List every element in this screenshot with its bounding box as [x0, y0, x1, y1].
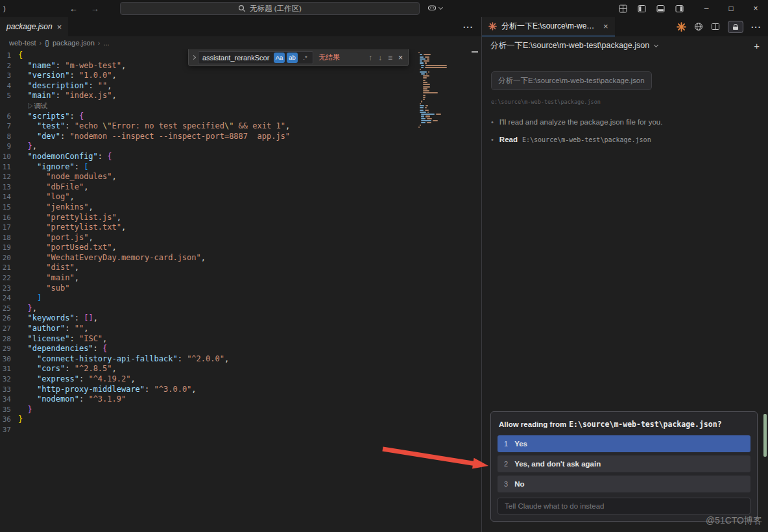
code-line-7[interactable]: 7 "test": "echo \"Error: no test specifi…	[0, 121, 481, 132]
toggle-sidebar-icon[interactable]	[638, 5, 646, 13]
claude-panel: 分析一下E:\source\m-web-test... × ··· 分析一下E:…	[481, 17, 768, 532]
globe-icon[interactable]	[694, 22, 703, 31]
code-line-29[interactable]: 29 "dependencies": {	[0, 344, 481, 354]
code-line-21[interactable]: 21 "dist",	[0, 263, 481, 273]
chevron-down-icon[interactable]	[654, 42, 658, 47]
toggle-secondary-sidebar-icon[interactable]	[675, 5, 684, 13]
code-line-26[interactable]: 26 "keywords": [],	[0, 313, 481, 324]
title-bar: ) ← → 无标题 (工作区) – □ ×	[0, 0, 768, 17]
code-line-16[interactable]: 16 "prettylist.js",	[0, 213, 481, 223]
breadcrumb-symbol-tail[interactable]: ...	[103, 39, 109, 47]
find-in-selection-icon[interactable]: ≡	[388, 53, 392, 62]
find-toggle-replace-icon[interactable]	[189, 56, 198, 59]
code-line-5[interactable]: 5 "main": "index.js",	[0, 91, 481, 101]
editor-more-actions-icon[interactable]: ···	[463, 22, 474, 32]
code-line-28[interactable]: 28 "license": "ISC",	[0, 334, 481, 345]
chevron-down-icon	[438, 5, 443, 9]
code-line-12[interactable]: 12 "node_modules",	[0, 172, 481, 182]
code-line-37[interactable]: 37	[0, 425, 481, 435]
find-close-icon[interactable]: ×	[398, 53, 403, 62]
tool-path: E:\source\m-web-test\package.json	[522, 136, 651, 143]
dialog-option-1[interactable]: 1Yes	[498, 435, 750, 452]
codelens-debug[interactable]: ▷调试	[0, 101, 481, 112]
code-line-8[interactable]: 8 "dev": "nodemon --inspect --inspect-po…	[0, 132, 481, 142]
code-line-36[interactable]: 36}	[0, 415, 481, 425]
split-editor-icon[interactable]	[711, 22, 720, 31]
code-line-11[interactable]: 11 "ignore": [	[0, 162, 481, 173]
code-line-18[interactable]: 18 "port.js",	[0, 233, 481, 243]
code-line-10[interactable]: 10 "nodemonConfig": {	[0, 152, 481, 162]
tab-claude-chat[interactable]: 分析一下E:\source\m-web-test... ×	[482, 17, 615, 36]
find-next-icon[interactable]: ↓	[378, 53, 382, 62]
find-widget: assistant_rerankScor Aa ab .* 无结果 ↑ ↓ ≡ …	[188, 49, 409, 66]
claude-asterisk-icon[interactable]	[677, 22, 686, 32]
new-chat-button[interactable]: +	[754, 40, 760, 51]
find-input[interactable]: assistant_rerankScor Aa ab .*	[198, 51, 313, 64]
tab-close-icon[interactable]: ×	[57, 22, 62, 32]
tab-bar-spacer	[68, 17, 455, 36]
dialog-option-3[interactable]: 3No	[498, 476, 750, 492]
code-line-35[interactable]: 35 }	[0, 405, 481, 415]
code-line-9[interactable]: 9 },	[0, 141, 481, 152]
workspace-title: 无标题 (工作区)	[250, 4, 302, 14]
code-line-33[interactable]: 33 "http-proxy-middleware": "^3.0.0",	[0, 385, 481, 395]
breadcrumb-separator: ›	[40, 39, 42, 47]
maximize-button[interactable]: □	[719, 0, 743, 17]
chat-title[interactable]: 分析一下E:\source\m-web-test\package.json	[490, 40, 649, 51]
whole-word-toggle[interactable]: ab	[287, 53, 298, 63]
tool-call-read[interactable]: • ReadE:\source\m-web-test\package.json	[491, 136, 759, 143]
annotation-arrow-icon	[360, 440, 496, 474]
code-line-34[interactable]: 34 "nodemon": "^3.1.9"	[0, 394, 481, 405]
match-case-toggle[interactable]: Aa	[274, 53, 285, 63]
command-center-search[interactable]: 无标题 (工作区)	[120, 2, 420, 15]
toggle-panel-icon[interactable]	[656, 5, 665, 13]
minimize-button[interactable]: –	[694, 0, 719, 17]
regex-toggle[interactable]: .*	[300, 53, 311, 63]
find-previous-icon[interactable]: ↑	[368, 53, 372, 62]
code-line-23[interactable]: 23 "sub"	[0, 284, 481, 294]
customize-layout-icon[interactable]	[619, 5, 627, 13]
code-line-24[interactable]: 24 ]	[0, 293, 481, 304]
breadcrumb: web-test › {} package.json › ...	[0, 36, 481, 49]
nav-forward-icon[interactable]: →	[91, 4, 99, 14]
code-line-19[interactable]: 19 "portUsed.txt",	[0, 243, 481, 253]
window-close-button[interactable]: ×	[743, 0, 768, 17]
code-line-22[interactable]: 22 "main",	[0, 273, 481, 284]
chat-header: 分析一下E:\source\m-web-test\package.json +	[482, 36, 768, 54]
nav-back-icon[interactable]: ←	[69, 4, 78, 14]
lock-button[interactable]	[728, 21, 743, 33]
panel-tab-label: 分析一下E:\source\m-web-test...	[501, 21, 599, 32]
find-results-label: 无结果	[318, 53, 340, 62]
tab-label: package.json	[6, 22, 53, 31]
assistant-text: I'll read and analyze the package.json f…	[499, 118, 663, 126]
breadcrumb-root[interactable]: web-test	[9, 39, 36, 47]
chat-area: 分析一下E:\source\m-web-test\package.json e:…	[482, 54, 768, 532]
find-query-text: assistant_rerankScor	[202, 54, 272, 62]
dialog-input[interactable]	[498, 498, 750, 514]
code-line-15[interactable]: 15 "jenkins",	[0, 202, 481, 213]
code-line-6[interactable]: 6 "scripts": {	[0, 112, 481, 122]
copilot-menu[interactable]	[427, 4, 442, 12]
tab-package-json[interactable]: package.json ×	[0, 17, 68, 36]
minimap[interactable]	[418, 52, 454, 130]
dialog-option-2[interactable]: 2Yes, and don't ask again	[498, 455, 750, 472]
panel-more-actions-icon[interactable]: ···	[751, 22, 762, 32]
code-line-27[interactable]: 27 "author": "",	[0, 324, 481, 334]
code-line-30[interactable]: 30 "connect-history-api-fallback": "^2.0…	[0, 354, 481, 365]
panel-tab-close-icon[interactable]: ×	[603, 21, 608, 31]
editor-tab-bar: package.json × ···	[0, 17, 481, 36]
code-line-17[interactable]: 17 "prettylist.txt",	[0, 223, 481, 233]
code-line-32[interactable]: 32 "express": "^4.19.2",	[0, 374, 481, 385]
tool-name: Read	[499, 136, 518, 143]
code-line-25[interactable]: 25 },	[0, 304, 481, 314]
context-path: e:\source\m-web-test\package.json	[491, 99, 759, 105]
code-line-3[interactable]: 3 "version": "1.0.0",	[0, 71, 481, 81]
code-line-13[interactable]: 13 "dbFile",	[0, 182, 481, 193]
breadcrumb-file[interactable]: package.json	[53, 39, 95, 47]
user-message: 分析一下E:\source\m-web-test\package.json	[491, 71, 652, 90]
code-line-14[interactable]: 14 "log",	[0, 192, 481, 202]
code-line-4[interactable]: 4 "description": "",	[0, 81, 481, 91]
code-line-20[interactable]: 20 "WechatEveryDay.memory-card.json",	[0, 253, 481, 263]
panel-scrollbar[interactable]	[763, 414, 767, 457]
code-line-31[interactable]: 31 "cors": "^2.8.5",	[0, 364, 481, 374]
